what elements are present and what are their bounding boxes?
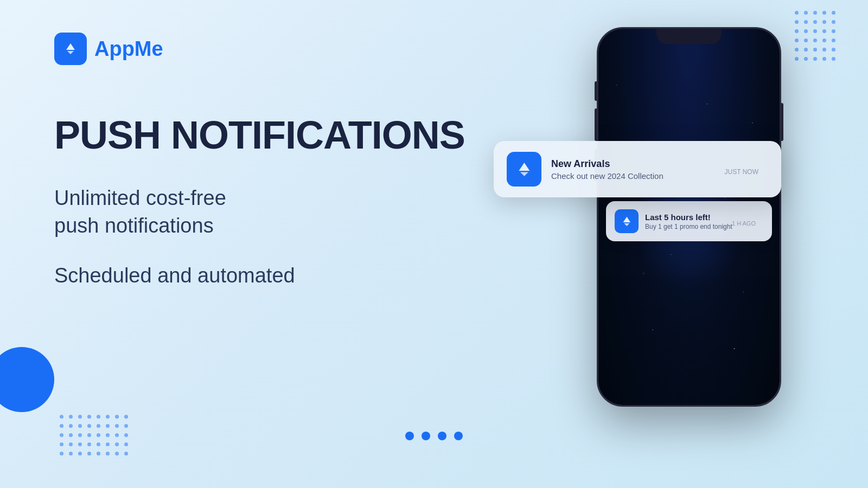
- carousel-indicator-4[interactable]: [454, 432, 463, 440]
- logo-text: AppMe: [94, 37, 163, 61]
- notif-2-time: 1 H AGO: [732, 220, 756, 227]
- carousel-indicator-1[interactable]: [405, 432, 414, 440]
- phone-frame: Last 5 hours left! Buy 1 get 1 promo end…: [597, 27, 781, 407]
- carousel-indicator-3[interactable]: [438, 432, 446, 440]
- logo-area: AppMe: [54, 33, 163, 65]
- dot-grid-bottom-left: [60, 415, 128, 455]
- dot-grid-top-right: [795, 11, 835, 61]
- carousel-indicators: [405, 432, 463, 440]
- notif-1-icon: [507, 152, 541, 187]
- notification-card-1: New Arrivals Check out new 2024 Collecti…: [494, 141, 781, 197]
- logo-icon: [54, 33, 87, 65]
- notification-card-2: Last 5 hours left! Buy 1 get 1 promo end…: [606, 201, 772, 241]
- phone-button-right: [781, 103, 783, 141]
- feature-2: Scheduled and automated: [54, 262, 295, 290]
- phone-mockup: Last 5 hours left! Buy 1 get 1 promo end…: [597, 27, 781, 407]
- decorative-circle: [0, 347, 54, 412]
- notif-2-content: Last 5 hours left! Buy 1 get 1 promo end…: [645, 213, 763, 230]
- notif-2-icon: [615, 209, 639, 233]
- carousel-indicator-2[interactable]: [422, 432, 430, 440]
- page-title: PUSH NOTIFICATIONS: [54, 114, 465, 157]
- features-list: Unlimited cost-free push notifications S…: [54, 184, 295, 290]
- phone-notch: [656, 29, 722, 44]
- notif-1-content: New Arrivals Check out new 2024 Collecti…: [551, 158, 768, 181]
- feature-1-line2: push notifications: [54, 212, 295, 240]
- notif-1-time: JUST NOW: [725, 168, 758, 176]
- feature-1-line1: Unlimited cost-free: [54, 184, 295, 212]
